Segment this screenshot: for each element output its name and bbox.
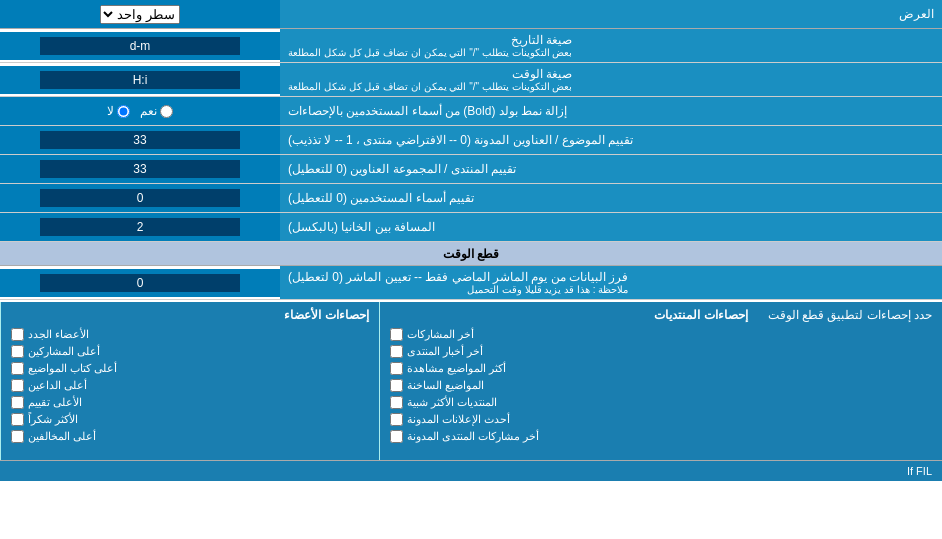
forum-group-order-input[interactable] <box>40 160 240 178</box>
checkbox-last-posts: أخر المشاركات <box>390 328 748 341</box>
checkbox-most-viewed-input[interactable] <box>390 362 403 375</box>
radio-no-label[interactable]: لا <box>107 104 130 118</box>
checkbox-new-members-input[interactable] <box>11 328 24 341</box>
topic-order-label: تقييم الموضوع / العناوين المدونة (0 -- ا… <box>280 126 942 154</box>
checkbox-most-similar: المنتديات الأكثر شبية <box>390 396 748 409</box>
header-label: العرض <box>280 3 942 25</box>
posts-stats-col: إحصاءات المنتديات أخر المشاركات أخر أخبا… <box>379 302 758 460</box>
display-select-cell[interactable]: سطر واحد <box>0 0 280 28</box>
checkbox-top-posters: أعلى المشاركين <box>11 345 369 358</box>
date-format-row: صيغة التاريخ بعض التكوينات يتطلب "/" الت… <box>0 29 942 63</box>
checkbox-last-forum-posts-input[interactable] <box>390 430 403 443</box>
checkbox-hot-topics-input[interactable] <box>390 379 403 392</box>
checkbox-last-news: أخر أخبار المنتدى <box>390 345 748 358</box>
date-format-input-cell <box>0 32 280 60</box>
checkbox-top-rated-input[interactable] <box>11 396 24 409</box>
distance-input-cell <box>0 213 280 241</box>
topic-order-input[interactable] <box>40 131 240 149</box>
checkbox-last-posts-input[interactable] <box>390 328 403 341</box>
checkbox-most-viewed: أكثر المواضيع مشاهدة <box>390 362 748 375</box>
bottom-note: If FIL <box>0 460 942 481</box>
topic-order-row: تقييم الموضوع / العناوين المدونة (0 -- ا… <box>0 126 942 155</box>
radio-yes-label[interactable]: نعم <box>140 104 173 118</box>
cutoff-row: فرز البيانات من يوم الماشر الماضي فقط --… <box>0 266 942 300</box>
checkbox-most-thanked: الأكثر شكراً <box>11 413 369 426</box>
distance-row: المسافة بين الخانيا (بالبكسل) <box>0 213 942 242</box>
checkbox-latest-announcements-input[interactable] <box>390 413 403 426</box>
topic-order-input-cell <box>0 126 280 154</box>
time-format-label: صيغة الوقت بعض التكوينات يتطلب "/" التي … <box>280 63 942 96</box>
checkbox-top-violators: أعلى المخالفين <box>11 430 369 443</box>
checkbox-top-posters-input[interactable] <box>11 345 24 358</box>
members-stats-header: إحصاءات الأعضاء <box>11 308 369 322</box>
cutoff-section-header: قطع الوقت <box>0 242 942 266</box>
cutoff-input-cell <box>0 269 280 297</box>
apply-label-cell: حدد إحصاءات لتطبيق قطع الوقت <box>758 302 942 460</box>
checkbox-top-violators-input[interactable] <box>11 430 24 443</box>
checkbox-latest-announcements: أحدث الإعلانات المدونة <box>390 413 748 426</box>
checkbox-hot-topics: المواضيع الساخنة <box>390 379 748 392</box>
forum-group-order-input-cell <box>0 155 280 183</box>
forum-group-order-label: تقييم المنتدى / المجموعة العناوين (0 للت… <box>280 155 942 183</box>
posts-stats-header: إحصاءات المنتديات <box>390 308 748 322</box>
time-format-input-cell <box>0 66 280 94</box>
checkbox-new-members: الأعضاء الجدد <box>11 328 369 341</box>
checkbox-most-similar-input[interactable] <box>390 396 403 409</box>
forum-group-order-row: تقييم المنتدى / المجموعة العناوين (0 للت… <box>0 155 942 184</box>
usernames-order-label: تقييم أسماء المستخدمين (0 للتعطيل) <box>280 184 942 212</box>
checkbox-most-thanked-input[interactable] <box>11 413 24 426</box>
distance-label: المسافة بين الخانيا (بالبكسل) <box>280 213 942 241</box>
radio-no[interactable] <box>117 105 130 118</box>
time-format-input[interactable] <box>40 71 240 89</box>
display-select[interactable]: سطر واحد <box>100 5 180 24</box>
checkbox-section: حدد إحصاءات لتطبيق قطع الوقت إحصاءات الم… <box>0 300 942 460</box>
cutoff-input[interactable] <box>40 274 240 292</box>
date-format-input[interactable] <box>40 37 240 55</box>
checkbox-top-topic-writers: أعلى كتاب المواضيع <box>11 362 369 375</box>
checkbox-top-topic-writers-input[interactable] <box>11 362 24 375</box>
checkbox-last-forum-posts: أخر مشاركات المنتدى المدونة <box>390 430 748 443</box>
members-stats-col: إحصاءات الأعضاء الأعضاء الجدد أعلى المشا… <box>0 302 379 460</box>
date-format-label: صيغة التاريخ بعض التكوينات يتطلب "/" الت… <box>280 29 942 62</box>
usernames-order-input-cell <box>0 184 280 212</box>
distance-input[interactable] <box>40 218 240 236</box>
bold-remove-row: إزالة نمط بولد (Bold) من أسماء المستخدمي… <box>0 97 942 126</box>
cutoff-label: فرز البيانات من يوم الماشر الماضي فقط --… <box>280 266 942 299</box>
bold-remove-label: إزالة نمط بولد (Bold) من أسماء المستخدمي… <box>280 97 942 125</box>
checkbox-top-inviters-input[interactable] <box>11 379 24 392</box>
usernames-order-row: تقييم أسماء المستخدمين (0 للتعطيل) <box>0 184 942 213</box>
header-row: العرض سطر واحد <box>0 0 942 29</box>
bold-remove-radio-cell: نعم لا <box>0 97 280 125</box>
checkbox-top-inviters: أعلى الداعين <box>11 379 369 392</box>
time-format-row: صيغة الوقت بعض التكوينات يتطلب "/" التي … <box>0 63 942 97</box>
checkbox-top-rated: الأعلى تقييم <box>11 396 369 409</box>
checkbox-last-news-input[interactable] <box>390 345 403 358</box>
radio-yes[interactable] <box>160 105 173 118</box>
usernames-order-input[interactable] <box>40 189 240 207</box>
